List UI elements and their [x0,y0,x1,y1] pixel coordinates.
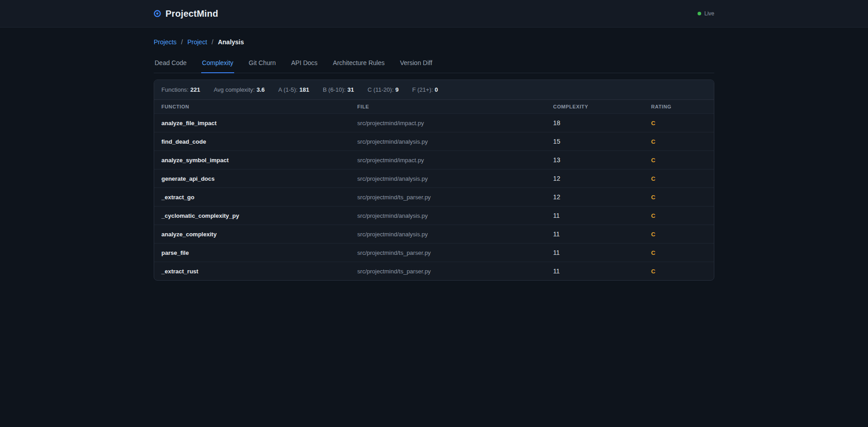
file-path: src/projectmind/analysis.py [350,169,546,188]
file-path: src/projectmind/ts_parser.py [350,188,546,206]
file-path: src/projectmind/analysis.py [350,132,546,151]
file-path: src/projectmind/impact.py [350,151,546,169]
live-dot-icon [698,12,701,15]
complexity-value: 11 [546,206,644,225]
column-header-complexity: Complexity [546,100,644,114]
live-status: Live [698,10,714,17]
complexity-value: 11 [546,244,644,262]
rating-badge: C [644,225,714,244]
tab-version-diff[interactable]: Version Diff [399,56,433,73]
table-row: generate_api_docs src/projectmind/analys… [154,169,714,188]
complexity-value: 12 [546,188,644,206]
tab-architecture-rules[interactable]: Architecture Rules [332,56,385,73]
column-header-file: File [350,100,546,114]
function-name: _extract_rust [154,262,350,281]
rating-badge: C [644,132,714,151]
table-row: analyze_symbol_impact src/projectmind/im… [154,151,714,169]
tab-git-churn[interactable]: Git Churn [248,56,277,73]
function-name: analyze_symbol_impact [154,151,350,169]
breadcrumb-separator: / [181,38,183,46]
complexity-value: 12 [546,169,644,188]
stat-rating-a: A (1-5):181 [278,86,309,93]
table-row: _extract_rust src/projectmind/ts_parser.… [154,262,714,281]
complexity-table: Function File Complexity Rating analyze_… [154,100,714,280]
table-header-row: Function File Complexity Rating [154,100,714,114]
rating-badge: C [644,169,714,188]
live-label: Live [704,10,714,17]
rating-badge: C [644,262,714,281]
rating-badge: C [644,188,714,206]
function-name: find_dead_code [154,132,350,151]
stat-avg-complexity: Avg complexity:3.6 [214,86,265,93]
stat-rating-f: F (21+):0 [412,86,438,93]
breadcrumb-link-projects[interactable]: Projects [154,38,177,46]
tab-complexity[interactable]: Complexity [201,56,234,73]
file-path: src/projectmind/impact.py [350,114,546,132]
rating-badge: C [644,151,714,169]
complexity-value: 11 [546,262,644,281]
function-name: analyze_file_impact [154,114,350,132]
app-title: ProjectMind [165,9,218,19]
breadcrumb-current-analysis: Analysis [218,38,244,46]
complexity-value: 13 [546,151,644,169]
file-path: src/projectmind/ts_parser.py [350,244,546,262]
rating-badge: C [644,206,714,225]
function-name: _extract_go [154,188,350,206]
app-brand[interactable]: ProjectMind [154,9,218,19]
table-row: find_dead_code src/projectmind/analysis.… [154,132,714,151]
complexity-stats-bar: Functions:221 Avg complexity:3.6 A (1-5)… [154,80,714,100]
tab-api-docs[interactable]: API Docs [290,56,318,73]
complexity-value: 15 [546,132,644,151]
app-header: ProjectMind Live [0,0,868,28]
analysis-tabs: Dead Code Complexity Git Churn API Docs … [154,56,714,73]
stat-rating-b: B (6-10):31 [323,86,354,93]
file-path: src/projectmind/analysis.py [350,206,546,225]
column-header-function: Function [154,100,350,114]
function-name: analyze_complexity [154,225,350,244]
breadcrumb-link-project[interactable]: Project [187,38,207,46]
table-row: _extract_go src/projectmind/ts_parser.py… [154,188,714,206]
breadcrumb: Projects / Project / Analysis [154,38,714,46]
rating-badge: C [644,114,714,132]
table-row: _cyclomatic_complexity_py src/projectmin… [154,206,714,225]
function-name: _cyclomatic_complexity_py [154,206,350,225]
complexity-value: 11 [546,225,644,244]
column-header-rating: Rating [644,100,714,114]
table-row: analyze_file_impact src/projectmind/impa… [154,114,714,132]
main-content: Projects / Project / Analysis Dead Code … [154,28,714,281]
function-name: generate_api_docs [154,169,350,188]
complexity-card: Functions:221 Avg complexity:3.6 A (1-5)… [154,80,714,281]
table-row: parse_file src/projectmind/ts_parser.py … [154,244,714,262]
file-path: src/projectmind/analysis.py [350,225,546,244]
stat-functions: Functions:221 [161,86,200,93]
rating-badge: C [644,244,714,262]
complexity-value: 18 [546,114,644,132]
file-path: src/projectmind/ts_parser.py [350,262,546,281]
function-name: parse_file [154,244,350,262]
projectmind-logo-icon [154,10,161,17]
stat-rating-c: C (11-20):9 [368,86,399,93]
tab-dead-code[interactable]: Dead Code [154,56,188,73]
table-row: analyze_complexity src/projectmind/analy… [154,225,714,244]
breadcrumb-separator: / [212,38,213,46]
